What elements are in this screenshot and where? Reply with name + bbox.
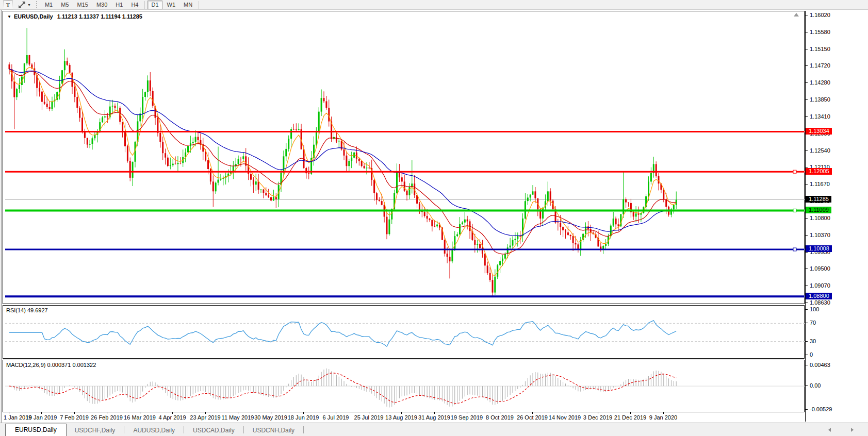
price-axis-label: 1.09500 bbox=[810, 265, 830, 272]
price-tick bbox=[806, 99, 808, 100]
timeframe-button-mn[interactable]: MN bbox=[180, 1, 196, 9]
date-tick bbox=[41, 412, 42, 414]
price-axis[interactable]: 1.160201.155801.151501.147201.142801.138… bbox=[806, 11, 868, 422]
price-axis-label: 1.14720 bbox=[810, 62, 830, 69]
line-handle[interactable] bbox=[793, 248, 796, 251]
rsi-panel: RSI(14) 49.6927 bbox=[3, 305, 805, 359]
rsi-label: RSI(14) 49.6927 bbox=[6, 307, 48, 313]
date-tick bbox=[500, 412, 500, 414]
price-axis-label: 1.09070 bbox=[810, 282, 830, 289]
tab-usdcnh-daily[interactable]: USDCNH,Daily bbox=[244, 425, 303, 436]
date-label: 26 Oct 2019 bbox=[517, 414, 548, 421]
rsi-canvas[interactable] bbox=[5, 306, 805, 358]
price-line-tag: 1.08800 bbox=[806, 293, 832, 299]
tab-usdcad-daily[interactable]: USDCAD,Daily bbox=[185, 425, 243, 436]
date-label: 18 Jun 2019 bbox=[288, 414, 319, 421]
date-label: 25 Jul 2019 bbox=[354, 414, 384, 421]
price-tick bbox=[806, 15, 808, 15]
rsi-axis-label: 0 bbox=[810, 351, 813, 358]
tab-divider bbox=[124, 426, 124, 433]
macd-canvas[interactable] bbox=[5, 360, 805, 412]
date-tick bbox=[336, 412, 336, 414]
timeframe-button-d1[interactable]: D1 bbox=[148, 1, 162, 9]
timeframe-button-w1[interactable]: W1 bbox=[163, 1, 179, 9]
current-price-tag: 1.11285 bbox=[806, 196, 831, 203]
rsi-axis-label: 70 bbox=[810, 320, 816, 326]
rsi-tick bbox=[806, 309, 808, 310]
date-label: 4 Apr 2019 bbox=[158, 414, 186, 421]
price-line-tag: 1.11009 bbox=[806, 207, 831, 213]
chart-header: ▼ EURUSD,Daily 1.11213 1.11337 1.11194 1… bbox=[7, 13, 142, 20]
macd-label: MACD(12,26,9) 0.000371 0.001322 bbox=[6, 362, 96, 368]
toolbar-separator bbox=[144, 1, 145, 9]
date-tick bbox=[434, 412, 435, 414]
tab-scroll-left-icon[interactable] bbox=[828, 428, 831, 432]
timeframe-button-m15[interactable]: M15 bbox=[74, 1, 92, 9]
price-tick bbox=[806, 303, 808, 303]
price-tick bbox=[806, 150, 808, 151]
price-line-tag: 1.13034 bbox=[806, 128, 832, 135]
tab-usdchf-daily[interactable]: USDCHF,Daily bbox=[67, 425, 124, 436]
rsi-line bbox=[9, 321, 676, 346]
timeframe-button-h4[interactable]: H4 bbox=[127, 1, 142, 9]
text-tool-icon: T bbox=[6, 2, 10, 8]
timeframe-button-m1[interactable]: M1 bbox=[41, 1, 56, 9]
date-tick bbox=[271, 412, 271, 414]
tab-divider bbox=[184, 426, 184, 433]
price-axis-label: 1.15580 bbox=[810, 29, 830, 35]
rsi-tick bbox=[806, 355, 808, 355]
time-axis[interactable]: 1 Jan 201919 Jan 20197 Feb 201926 Feb 20… bbox=[3, 412, 805, 422]
date-label: 8 Oct 2019 bbox=[486, 414, 514, 421]
price-axis-label: 1.12540 bbox=[810, 147, 830, 154]
date-tick bbox=[238, 412, 238, 414]
price-line-tag: 1.12005 bbox=[806, 168, 832, 175]
timeframe-toolbar: M1M5M15M30H1H4D1W1MN bbox=[41, 1, 201, 9]
price-axis-label: 1.13410 bbox=[810, 113, 830, 120]
date-label: 6 Jul 2019 bbox=[323, 414, 349, 421]
tab-eurusd-daily[interactable]: EURUSD,Daily bbox=[5, 424, 67, 436]
price-chart-canvas[interactable] bbox=[5, 11, 805, 304]
date-label: 23 Apr 2019 bbox=[190, 414, 220, 421]
timeframe-button-h1[interactable]: H1 bbox=[112, 1, 126, 9]
date-tick bbox=[74, 412, 75, 414]
tab-scroll-right-icon[interactable] bbox=[851, 428, 854, 432]
date-label: 26 Feb 2019 bbox=[91, 414, 123, 421]
date-tick bbox=[663, 412, 664, 414]
text-tool-button[interactable]: T bbox=[3, 1, 13, 9]
scroll-to-end-icon[interactable] bbox=[794, 13, 799, 16]
price-axis-label: 1.10370 bbox=[810, 232, 830, 238]
timeframe-button-m5[interactable]: M5 bbox=[57, 1, 72, 9]
price-tick bbox=[806, 65, 808, 66]
macd-axis-label: 0.00463 bbox=[810, 362, 830, 368]
tab-audusd-daily[interactable]: AUDUSD,Daily bbox=[125, 425, 183, 436]
price-tick bbox=[806, 184, 808, 185]
macd-panel: MACD(12,26,9) 0.000371 0.001322 bbox=[3, 360, 805, 412]
date-label: 21 Dec 2019 bbox=[614, 414, 646, 421]
date-tick bbox=[565, 412, 565, 414]
line-handle[interactable] bbox=[793, 209, 796, 212]
date-label: 11 May 2019 bbox=[222, 414, 254, 421]
toolbar-separator bbox=[199, 1, 199, 9]
macd-tick bbox=[806, 409, 808, 410]
price-tick bbox=[806, 116, 808, 117]
ohlc-values: 1.11213 1.11337 1.11194 1.11285 bbox=[57, 13, 142, 20]
price-axis-label: 1.11670 bbox=[810, 181, 830, 187]
date-tick bbox=[303, 412, 304, 414]
date-tick bbox=[630, 412, 631, 414]
date-tick bbox=[205, 412, 206, 414]
price-tick bbox=[806, 167, 808, 167]
price-tick bbox=[806, 32, 808, 32]
price-axis-label: 1.10800 bbox=[810, 215, 830, 221]
tab-divider bbox=[303, 426, 304, 433]
macd-signal-line bbox=[9, 373, 676, 404]
macd-histogram bbox=[9, 368, 676, 408]
price-tick bbox=[806, 49, 808, 49]
line-handle[interactable] bbox=[793, 170, 796, 173]
cursor-tool-button[interactable]: ▼ bbox=[17, 1, 32, 9]
timeframe-button-m30[interactable]: M30 bbox=[93, 1, 111, 9]
price-axis-label: 1.16020 bbox=[810, 12, 830, 18]
price-axis-label: 1.15150 bbox=[810, 46, 830, 52]
date-label: 13 Aug 2019 bbox=[385, 414, 417, 421]
date-tick bbox=[107, 412, 107, 414]
date-label: 7 Feb 2019 bbox=[60, 414, 89, 421]
